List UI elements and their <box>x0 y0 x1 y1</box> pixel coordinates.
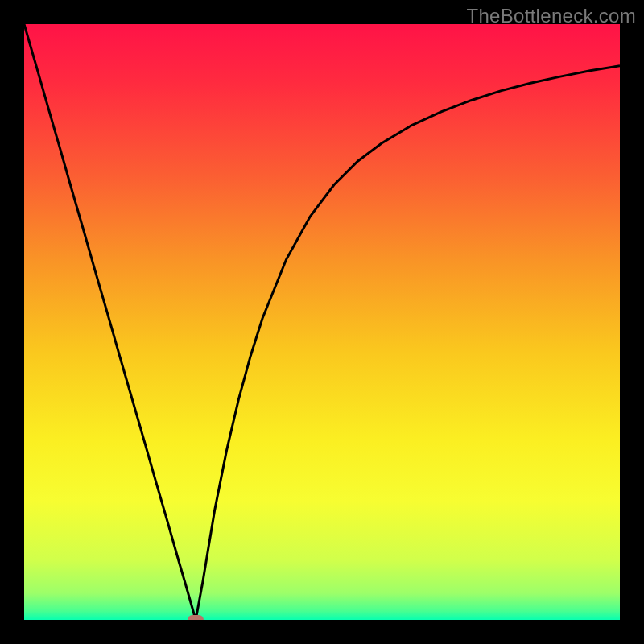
chart-frame: TheBottleneck.com <box>0 0 644 644</box>
gradient-background <box>24 24 620 620</box>
optimum-marker <box>188 615 204 620</box>
watermark-text: TheBottleneck.com <box>466 5 636 27</box>
chart-canvas <box>24 24 620 620</box>
plot-area <box>24 24 620 620</box>
